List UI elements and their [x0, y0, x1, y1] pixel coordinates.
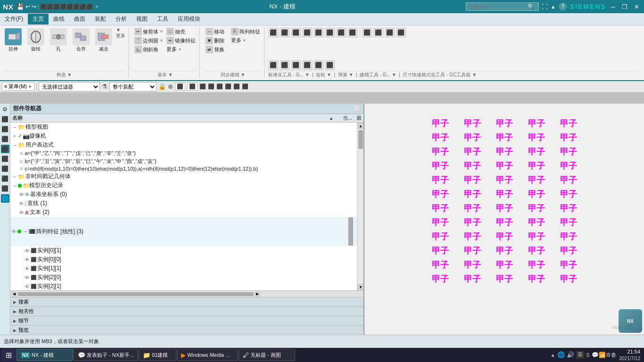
assembly-icon5[interactable]: ⬛	[199, 83, 206, 90]
side-icon-gd[interactable]: ⬛	[1, 174, 9, 183]
tree-item[interactable]: 👁 / 直线 (1)	[10, 199, 363, 208]
btn-subtract[interactable]: 减去	[93, 27, 114, 53]
expand-icon[interactable]: ▲	[551, 4, 556, 9]
close-btn[interactable]: ✕	[632, 3, 641, 10]
search-input[interactable]	[469, 4, 528, 9]
redo-icon[interactable]: ↪	[32, 3, 36, 10]
undo-icon[interactable]: ↩	[25, 3, 30, 10]
assembly-icon10[interactable]: ⬛	[242, 83, 248, 90]
menu-dropdown-btn[interactable]: ≡ 菜单(M)▼	[2, 82, 34, 91]
assembly-icon2[interactable]: ⊕	[168, 83, 173, 90]
side-icon-assembly[interactable]: ⬛	[1, 165, 9, 173]
speaker-icon[interactable]: 🔊	[567, 351, 574, 358]
std-tool-10[interactable]: ⬛	[373, 27, 384, 38]
tree-item[interactable]: 👁 ⬛ 实例[0][0]	[10, 255, 363, 264]
std-tool-12[interactable]: ⬛	[396, 27, 406, 38]
std-tool-6[interactable]: ⬛	[325, 27, 335, 38]
hscroll-thumb[interactable]	[18, 292, 254, 296]
menu-item-file[interactable]: 文件(F)	[0, 14, 28, 25]
save-icon[interactable]: 💾	[17, 3, 24, 10]
start-btn[interactable]: ⊞	[1, 348, 16, 362]
menu-item-app[interactable]: 应用模块	[173, 14, 205, 25]
section-related[interactable]: ▶ 相关性	[10, 306, 363, 316]
assembly-icon6[interactable]: ⬛	[208, 83, 215, 90]
hscroll-left[interactable]: ◀	[11, 291, 17, 297]
std-tool-2[interactable]: ⬛	[280, 27, 290, 38]
tree-item[interactable]: ─ 📁 模型历史记录	[10, 181, 363, 190]
btn-basic-more[interactable]: 更多▼	[165, 45, 197, 53]
tree-item[interactable]: 👁 ⬛ 实例[2][0]	[10, 273, 363, 282]
tree-item[interactable]: = c=nth(if(mod(p1,10)=0)then(10)else(mod…	[10, 165, 363, 172]
nav-float-btn[interactable]: ⬜	[354, 106, 361, 112]
tree-item[interactable]: 👁 ⬛ 实例[2][1]	[10, 282, 363, 290]
side-icon-surface[interactable]: ⬛	[1, 125, 9, 133]
side-icon-solid[interactable]: ⬛	[1, 115, 9, 123]
std-tool-row2-6[interactable]: ⬛	[325, 60, 335, 70]
tree-item[interactable]: ─ 📁 非时间戳记几何体	[10, 172, 363, 181]
btn-shell[interactable]: □ 抽壳	[165, 27, 197, 36]
tree-item[interactable]: ─ 📁 用户表达式	[10, 140, 363, 149]
btn-merge[interactable]: 合并	[71, 27, 91, 53]
btn-extrude[interactable]: 拉伸	[3, 27, 24, 53]
btn-chamfer[interactable]: ◺ 倒斜角	[133, 45, 165, 54]
btn-fillet[interactable]: ⌒ 边倒圆▼	[133, 36, 165, 45]
search-box[interactable]: 🔍	[466, 2, 539, 11]
std-tool-1[interactable]: ⬛	[268, 27, 279, 38]
side-icon-settings[interactable]: ⚙	[1, 105, 9, 114]
btn-trim[interactable]: ✂ 修剪体▼	[133, 27, 165, 36]
tree-item[interactable]: + ✓ 📷 摄像机	[10, 132, 363, 140]
tree-item-array[interactable]: 👁 ─ ⬛ 阵列特征 [线性] (3)	[10, 217, 363, 246]
resize-handle[interactable]	[348, 217, 353, 246]
tree-item[interactable]: 👁 ⬛ 实例[0][1]	[10, 246, 363, 255]
tree-item[interactable]: = b={"子","丑","寅","卯","辰","巳","午","未","申"…	[10, 157, 363, 165]
menu-item-surface[interactable]: 曲面	[69, 14, 90, 25]
help-icon[interactable]: ?	[559, 2, 567, 11]
ime-icon[interactable]: S	[586, 352, 589, 358]
assembly-icon1[interactable]: 🔒	[158, 83, 166, 90]
menu-item-assembly[interactable]: 装配	[90, 14, 111, 25]
vscroll-down[interactable]: ▼	[357, 284, 363, 290]
assembly-icon3[interactable]: ⬛	[175, 82, 185, 90]
assembly-icon9[interactable]: ⬛	[233, 83, 240, 90]
lang-indicator[interactable]: 英	[576, 351, 584, 359]
side-icon-measure[interactable]: ⬛	[1, 184, 9, 193]
menu-item-analysis[interactable]: 分析	[111, 14, 132, 25]
assembly-select[interactable]: 整个装配	[109, 82, 157, 91]
btn-hole[interactable]: 孔	[48, 27, 69, 53]
assembly-icon7[interactable]: ⬛	[216, 83, 223, 90]
restore-btn[interactable]: ❐	[620, 3, 629, 10]
vscroll-up[interactable]: ▲	[357, 123, 363, 129]
assembly-icon8[interactable]: ⬛	[225, 83, 231, 90]
tree-item[interactable]: 👁 A 文本 (2)	[10, 208, 363, 217]
fullscreen-icon[interactable]: ⛶	[542, 3, 548, 10]
btn-move[interactable]: ↔ 移动	[205, 27, 225, 36]
std-tool-4[interactable]: ⬛	[302, 27, 313, 38]
minimize-btn[interactable]: ─	[609, 3, 617, 10]
taskbar-btn-post[interactable]: 💬 发表贴子 - NX新手...	[74, 349, 138, 361]
side-icon-sketch[interactable]: ⬛	[1, 145, 9, 153]
hscroll-right[interactable]: ▶	[255, 291, 260, 297]
menu-item-curve[interactable]: 曲线	[49, 14, 69, 25]
std-tool-3[interactable]: ⬛	[291, 27, 301, 38]
assembly-icon4[interactable]: ⬛	[187, 82, 198, 90]
taskbar-up-arrow[interactable]: ▲	[550, 352, 555, 358]
std-tool-row2-5[interactable]: ⬛	[314, 60, 324, 70]
btn-sync-more[interactable]: 更多▼	[230, 36, 261, 44]
tree-item[interactable]: ─ 📁 模型视图	[10, 123, 363, 132]
std-tool-9[interactable]: ⬛	[362, 27, 372, 38]
menu-item-home[interactable]: 主页	[28, 14, 49, 25]
side-icon-globe[interactable]: 🌐	[1, 194, 9, 203]
taskbar-btn-paint[interactable]: 🖊 无标题 - 画图	[239, 349, 295, 361]
section-preview[interactable]: ▶ 预览	[10, 325, 363, 335]
std-tool-7[interactable]: ⬛	[336, 27, 347, 38]
btn-construct-more[interactable]: ▼更多	[116, 27, 125, 39]
tree-item[interactable]: = a={"甲","乙","丙","丁","戊","己","庚","辛","壬"…	[10, 149, 363, 157]
tree-item[interactable]: 👁 ⊕ 基准坐标系 (0)	[10, 190, 363, 199]
nav-hscroll[interactable]: ◀ ▶	[10, 290, 363, 297]
std-tool-row2-1[interactable]: ⬛	[268, 60, 279, 70]
filter-select[interactable]: 无选择过滤器	[39, 82, 100, 91]
vscroll-thumb[interactable]	[358, 130, 363, 149]
filter-icon[interactable]: ⚗	[102, 83, 107, 90]
search-icon[interactable]: 🔍	[528, 3, 535, 10]
section-search[interactable]: ▶ 搜索	[10, 297, 363, 306]
